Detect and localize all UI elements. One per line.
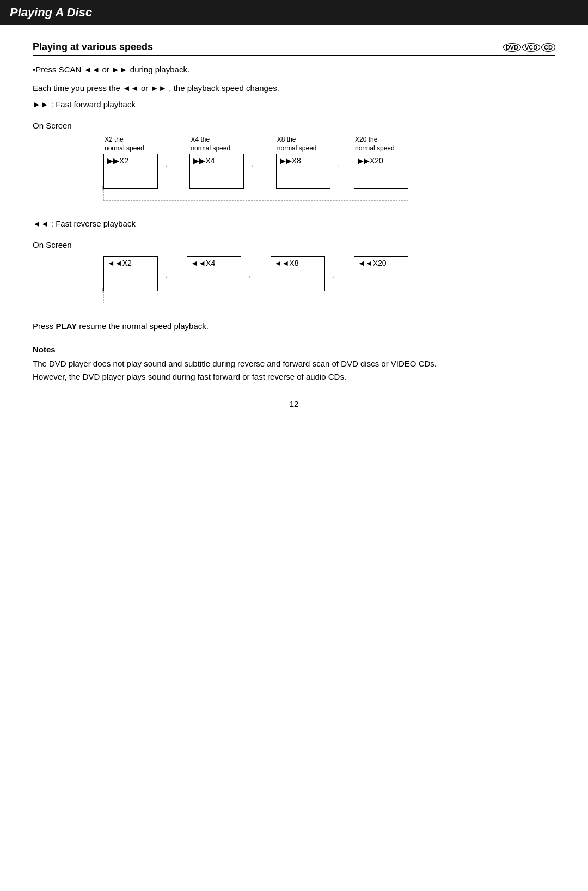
content-area: Playing at various speeds DVD VCD CD •Pr… bbox=[0, 25, 588, 419]
page-number: 12 bbox=[0, 399, 588, 408]
notes-title: Notes bbox=[33, 345, 555, 354]
ff-speed-item-1: X2 the normal speed ▶▶X2 bbox=[103, 136, 158, 189]
fr-diagram: ◄◄X2 ◄◄X4 ◄◄X8 bbox=[103, 255, 408, 303]
ff-boxes-row: X2 the normal speed ▶▶X2 X4 the normal s… bbox=[103, 136, 408, 189]
ff-box-3: ▶▶X8 bbox=[276, 154, 330, 189]
fr-speed-item-4: ◄◄X20 bbox=[354, 255, 408, 291]
page-title: Playing A Disc bbox=[10, 5, 92, 20]
ff-label-4: X20 the normal speed bbox=[354, 136, 395, 152]
ff-icon-3: ▶▶X8 bbox=[280, 156, 301, 165]
ff-label: ►► : Fast forward playback bbox=[33, 98, 555, 111]
fr-icon-4: ◄◄X20 bbox=[358, 259, 387, 267]
ff-feedback: ↑ bbox=[103, 189, 408, 201]
fr-label: ◄◄ : Fast reverse playback bbox=[33, 217, 555, 230]
fr-speed-item-2: ◄◄X4 bbox=[187, 255, 241, 291]
section-title-text: Playing at various speeds bbox=[33, 41, 153, 53]
ff-speed-item-3: X8 the normal speed ▶▶X8 bbox=[276, 136, 330, 189]
ff-feedback-arc: ↑ bbox=[103, 189, 408, 201]
disc-badges: DVD VCD CD bbox=[503, 43, 555, 53]
dvd-badge: DVD bbox=[503, 43, 521, 52]
press-instruction: •Press SCAN ◄◄ or ►► during playback. bbox=[33, 63, 555, 76]
fr-boxes-row: ◄◄X2 ◄◄X4 ◄◄X8 bbox=[103, 255, 408, 291]
fr-box-1: ◄◄X2 bbox=[103, 256, 158, 291]
fr-icon-1: ◄◄X2 bbox=[107, 259, 132, 267]
ff-box-4: ▶▶X20 bbox=[354, 154, 408, 189]
on-screen-fr: On Screen bbox=[33, 240, 555, 249]
fr-feedback-up-arrow: ↑ bbox=[101, 285, 105, 294]
page-header: Playing A Disc bbox=[0, 0, 588, 25]
fr-arrow-3 bbox=[325, 255, 354, 291]
ff-speed-item-2: X4 the normal speed ▶▶X4 bbox=[189, 136, 244, 189]
notes-body: The DVD player does not play sound and s… bbox=[33, 357, 555, 383]
ff-speed-item-4: X20 the normal speed ▶▶X20 bbox=[354, 136, 408, 189]
fr-box-2: ◄◄X4 bbox=[187, 256, 241, 291]
ff-icon-1: ▶▶X2 bbox=[107, 156, 128, 165]
ff-icon-4: ▶▶X20 bbox=[358, 156, 383, 165]
fr-feedback: ↑ bbox=[103, 291, 408, 303]
ff-icon-2: ▶▶X4 bbox=[193, 156, 215, 165]
each-time-text: Each time you press the ◄◄ or ►► , the p… bbox=[33, 82, 555, 95]
fr-feedback-arc: ↑ bbox=[103, 291, 408, 303]
ff-arrow-1 bbox=[158, 145, 189, 180]
fr-arrow-1 bbox=[158, 255, 187, 291]
ff-label-2: X4 the normal speed bbox=[189, 136, 230, 152]
ff-diagram: X2 the normal speed ▶▶X2 X4 the normal s… bbox=[103, 136, 408, 201]
ff-label-1: X2 the normal speed bbox=[103, 136, 144, 152]
on-screen-ff: On Screen bbox=[33, 121, 555, 130]
vcd-badge: VCD bbox=[522, 43, 540, 52]
ff-feedback-up-arrow: ↑ bbox=[101, 183, 105, 192]
play-note: Press PLAY resume the normal speed playb… bbox=[33, 320, 555, 333]
ff-arrow-3 bbox=[330, 145, 354, 180]
fr-speed-item-3: ◄◄X8 bbox=[271, 255, 325, 291]
ff-label-3: X8 the normal speed bbox=[276, 136, 317, 152]
ff-arrow-2 bbox=[244, 145, 275, 180]
fr-icon-2: ◄◄X4 bbox=[191, 259, 215, 267]
fr-box-4: ◄◄X20 bbox=[354, 256, 408, 291]
ff-box-2: ▶▶X4 bbox=[189, 154, 244, 189]
fr-box-3: ◄◄X8 bbox=[271, 256, 325, 291]
ff-box-1: ▶▶X2 bbox=[103, 154, 158, 189]
fr-arrow-2 bbox=[241, 255, 270, 291]
section-title-row: Playing at various speeds DVD VCD CD bbox=[33, 41, 555, 56]
cd-badge: CD bbox=[541, 43, 555, 52]
fr-icon-3: ◄◄X8 bbox=[274, 259, 299, 267]
fr-speed-item-1: ◄◄X2 bbox=[103, 255, 158, 291]
